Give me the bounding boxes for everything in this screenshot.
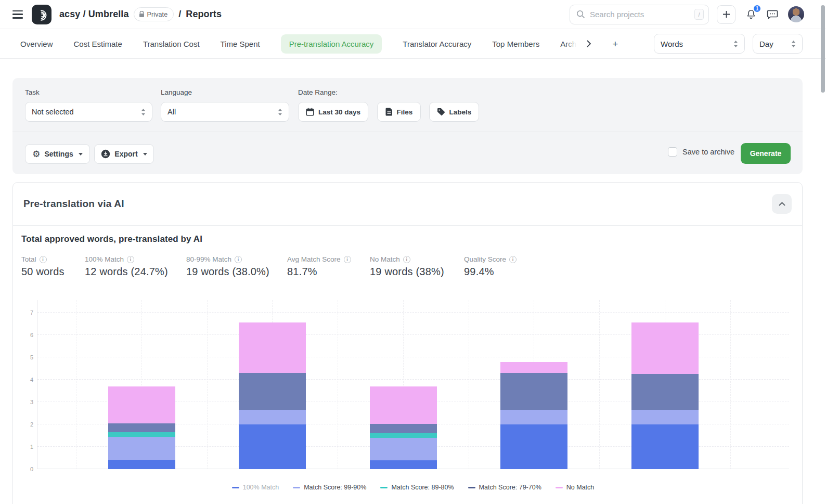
legend-item[interactable]: 100% Match <box>232 484 279 491</box>
bar-segment <box>500 410 567 424</box>
labels-button[interactable]: Labels <box>429 102 479 122</box>
bar-segment <box>370 433 437 437</box>
breadcrumb: acsy / Umbrella Private / Reports <box>59 7 222 21</box>
tab-top-members[interactable]: Top Members <box>492 40 539 48</box>
tab-label: Translation Cost <box>143 40 200 48</box>
language-select[interactable]: All <box>161 102 289 122</box>
legend-item[interactable]: Match Score: 79-70% <box>468 484 541 491</box>
stat-value: 19 words (38.0%) <box>186 266 269 278</box>
notifications-button[interactable]: 1 <box>745 8 757 20</box>
app-logo-icon[interactable] <box>32 5 51 24</box>
save-to-archive-field: Save to archive <box>668 147 734 157</box>
legend-item[interactable]: Match Score: 89-80% <box>380 484 454 491</box>
header-actions: 1 <box>717 5 804 24</box>
settings-button-label: Settings <box>45 150 73 158</box>
task-select[interactable]: Not selected <box>25 102 152 122</box>
export-button[interactable]: Export <box>94 144 154 164</box>
breadcrumb-project[interactable]: acsy / Umbrella <box>59 9 129 20</box>
save-to-archive-label: Save to archive <box>682 148 734 156</box>
tab-cost-estimate[interactable]: Cost Estimate <box>74 40 122 48</box>
files-button[interactable]: Files <box>377 102 421 122</box>
user-avatar[interactable] <box>788 6 804 22</box>
tabs: OverviewCost EstimateTranslation CostTim… <box>20 34 577 54</box>
tab-time-spent[interactable]: Time Spent <box>221 40 260 48</box>
legend-label: No Match <box>566 484 595 491</box>
report-section-title: Pre-translation via AI <box>23 198 124 210</box>
chat-icon <box>767 9 778 20</box>
stat-item: Total50 words <box>21 255 64 278</box>
stacked-bar <box>370 386 437 469</box>
x-gridline <box>599 300 600 469</box>
download-circle-icon <box>101 149 110 159</box>
search-box[interactable]: / <box>570 5 709 24</box>
tab-translator-accuracy[interactable]: Translator Accuracy <box>403 40 471 48</box>
stat-label-text: No Match <box>370 255 400 263</box>
date-range-button[interactable]: Last 30 days <box>298 102 368 122</box>
add-report-tab-button[interactable]: + <box>612 39 618 49</box>
bar-segment <box>108 460 175 469</box>
save-to-archive-checkbox[interactable] <box>668 147 677 157</box>
scrollbar-thumb[interactable] <box>821 5 825 93</box>
chevron-up-down-icon <box>141 108 146 116</box>
legend-swatch <box>232 487 239 488</box>
stat-label: No Match <box>370 255 444 263</box>
lock-icon <box>139 11 145 18</box>
info-icon[interactable] <box>40 256 47 263</box>
notification-badge: 1 <box>753 4 762 13</box>
tab-pre-translation-accuracy[interactable]: Pre-translation Accuracy <box>281 34 382 54</box>
bar-segment <box>631 374 699 410</box>
settings-button[interactable]: ⚙ Settings <box>25 144 90 164</box>
chart-legend: 100% MatchMatch Score: 99-90%Match Score… <box>37 484 789 491</box>
period-select[interactable]: Day <box>753 34 803 54</box>
breadcrumb-page: Reports <box>186 9 222 20</box>
report-card-body: Total approved words, pre-translated by … <box>13 226 802 504</box>
legend-item[interactable]: No Match <box>556 484 595 491</box>
info-icon[interactable] <box>344 256 351 263</box>
report-filters-panel: Task Language Date Range: Not selected A… <box>12 78 803 174</box>
info-icon[interactable] <box>403 256 410 263</box>
legend-item[interactable]: Match Score: 99-90% <box>293 484 366 491</box>
y-gridline <box>37 312 789 313</box>
y-axis-tick-label: 1 <box>22 444 33 450</box>
menu-icon[interactable] <box>12 10 23 19</box>
info-icon[interactable] <box>235 256 242 263</box>
file-icon <box>385 108 393 116</box>
legend-swatch <box>380 487 388 488</box>
bar-segment <box>108 423 175 432</box>
x-gridline <box>469 300 469 469</box>
info-icon[interactable] <box>127 256 134 263</box>
tab-label: Top Members <box>492 40 539 48</box>
stat-value: 81.7% <box>287 266 351 278</box>
bar-segment <box>370 386 437 424</box>
unit-select-value: Words <box>661 40 683 48</box>
bar-segment <box>239 322 306 373</box>
unit-select[interactable]: Words <box>654 34 745 54</box>
x-gridline <box>730 300 731 469</box>
bar-segment <box>108 432 175 437</box>
y-axis-tick-label: 0 <box>22 466 33 472</box>
search-input[interactable] <box>590 10 690 19</box>
chevron-up-down-icon <box>733 40 738 48</box>
create-project-button[interactable] <box>717 5 735 24</box>
y-axis-tick-label: 6 <box>22 332 33 338</box>
stat-label: 100% Match <box>85 255 168 263</box>
search-icon <box>576 10 585 19</box>
tab-translation-cost[interactable]: Translation Cost <box>143 40 200 48</box>
bar-segment <box>370 424 437 433</box>
y-axis-tick-label: 4 <box>22 377 33 383</box>
bar-segment <box>500 373 567 410</box>
y-axis-tick-label: 3 <box>22 399 33 405</box>
tabs-scroll-right-button[interactable] <box>587 40 591 47</box>
bar-segment <box>500 424 567 469</box>
messages-button[interactable] <box>767 9 778 20</box>
tab-arch[interactable]: Arch <box>560 40 577 48</box>
generate-button[interactable]: Generate <box>741 143 791 164</box>
export-button-label: Export <box>114 150 137 158</box>
info-icon[interactable] <box>509 256 517 263</box>
app-header: acsy / Umbrella Private / Reports / 1 <box>0 0 826 29</box>
tab-label: Cost Estimate <box>74 40 122 48</box>
tab-overview[interactable]: Overview <box>20 40 53 48</box>
reports-tabbar: OverviewCost EstimateTranslation CostTim… <box>0 29 826 59</box>
plus-icon <box>722 10 730 18</box>
collapse-section-button[interactable] <box>772 194 792 214</box>
